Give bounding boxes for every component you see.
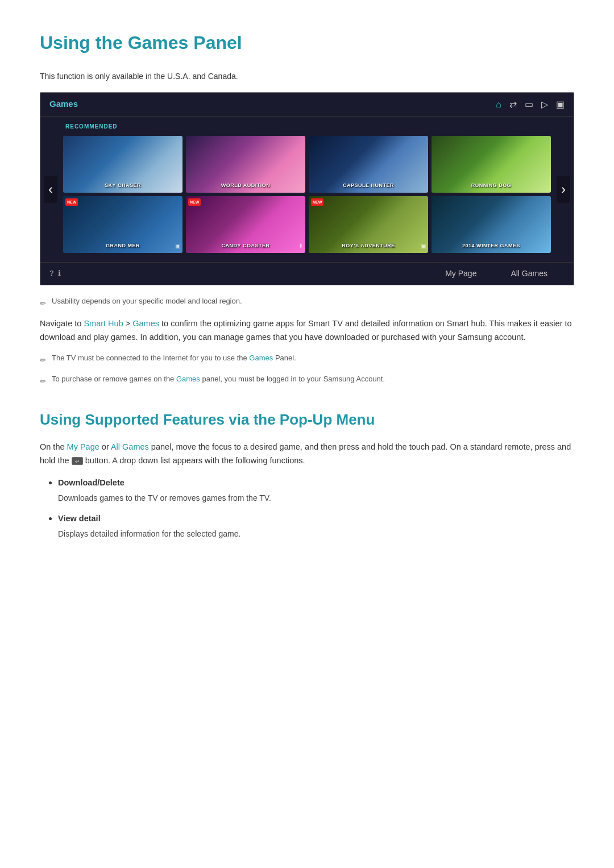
game-tile-audition[interactable]: WORLD AUDITION: [186, 136, 305, 193]
note-internet-text: The TV must be connected to the Internet…: [52, 352, 296, 364]
game-tile-candy[interactable]: NEW CANDY COASTER ⬇: [186, 196, 305, 253]
my-page-nav[interactable]: My Page: [445, 267, 476, 280]
game-tile-running[interactable]: RUNNING DOG: [432, 136, 551, 193]
panel-header: Games ⌂ ⇄ ▭ ▷ ▣: [40, 93, 574, 117]
main-paragraph: Navigate to Smart Hub > Games to confirm…: [40, 317, 574, 344]
new-badge: NEW: [65, 198, 78, 206]
question-icon: ?: [49, 268, 53, 280]
game-name: WORLD AUDITION: [186, 181, 305, 189]
play-icon: ▷: [541, 97, 548, 112]
games-link-2[interactable]: Games: [249, 354, 273, 362]
tile-icon: ▣: [175, 242, 180, 251]
game-tile-roys[interactable]: NEW ROY'S ADVENTURE ▣: [309, 196, 428, 253]
game-name: SKY CHASER: [63, 181, 182, 189]
footer-nav: My Page All Games: [445, 267, 547, 280]
game-name: RUNNING DOG: [432, 181, 551, 189]
game-tile-winter[interactable]: 2014 WINTER GAMES: [432, 196, 551, 253]
panel-footer: ? ℹ My Page All Games: [40, 262, 574, 284]
game-tile-grand[interactable]: NEW GRAND MER ▣: [63, 196, 182, 253]
note-purchase-text: To purchase or remove games on the Games…: [52, 373, 385, 385]
games-link-1[interactable]: Games: [132, 319, 159, 328]
pen-icon-2: [40, 354, 46, 367]
arrow-right[interactable]: ›: [557, 176, 570, 202]
tile-icon: ▣: [421, 242, 426, 251]
pen-icon-1: [40, 297, 46, 310]
bullet-download-desc: Downloads games to the TV or removes gam…: [58, 492, 574, 504]
bullet-view-desc: Displays detailed information for the se…: [58, 528, 574, 540]
page-title: Using the Games Panel: [40, 28, 574, 57]
game-tile-sky-chaser[interactable]: SKY CHASER: [63, 136, 182, 193]
features-list: Download/Delete Downloads games to the T…: [40, 476, 574, 540]
bullet-download-label: Download/Delete: [58, 478, 125, 487]
game-name: CAPSULE HUNTER: [309, 181, 428, 189]
new-badge: NEW: [311, 198, 323, 206]
footer-icons: ? ℹ: [49, 268, 61, 280]
bullet-download: Download/Delete Downloads games to the T…: [58, 476, 574, 505]
home-icon: ⌂: [496, 97, 501, 112]
exchange-icon: ⇄: [509, 97, 517, 112]
game-name: CANDY COASTER: [186, 242, 305, 250]
recommended-label: RECOMMENDED: [63, 122, 551, 131]
intro-text: This function is only available in the U…: [40, 70, 574, 82]
game-name: GRAND MER: [63, 242, 182, 250]
info-icon: ℹ: [58, 268, 61, 280]
games-row-1: SKY CHASER WORLD AUDITION CAPSULE HUNTER…: [63, 136, 551, 193]
smart-hub-link[interactable]: Smart Hub: [84, 319, 123, 328]
arrow-left[interactable]: ‹: [44, 176, 57, 202]
window-icon: ▭: [525, 97, 533, 112]
my-page-link[interactable]: My Page: [67, 442, 99, 451]
panel-body: ‹ › RECOMMENDED SKY CHASER WORLD AUDITIO…: [40, 117, 574, 262]
note-usability: Usability depends on your specific model…: [40, 296, 574, 310]
games-panel-ui: Games ⌂ ⇄ ▭ ▷ ▣ ‹ › RECOMMENDED SKY CHAS…: [40, 92, 574, 285]
tile-icon: ⬇: [298, 242, 303, 251]
pen-icon-3: [40, 375, 46, 388]
remote-button-icon: ↩: [72, 457, 83, 465]
header-icons: ⌂ ⇄ ▭ ▷ ▣: [496, 97, 565, 112]
game-tile-capsule[interactable]: CAPSULE HUNTER: [309, 136, 428, 193]
games-panel-label: Games: [49, 97, 78, 111]
note-purchase: To purchase or remove games on the Games…: [40, 373, 574, 388]
section2-title: Using Supported Features via the Pop-Up …: [40, 408, 574, 432]
camera-icon: ▣: [556, 97, 565, 112]
all-games-link[interactable]: All Games: [111, 442, 149, 451]
section2-paragraph: On the My Page or All Games panel, move …: [40, 441, 574, 468]
games-link-3[interactable]: Games: [176, 375, 200, 383]
bullet-view-label: View detail: [58, 514, 101, 523]
game-name: ROY'S ADVENTURE: [309, 242, 428, 250]
bullet-view-detail: View detail Displays detailed informatio…: [58, 512, 574, 541]
all-games-nav[interactable]: All Games: [511, 267, 547, 280]
new-badge: NEW: [188, 198, 201, 206]
note-internet: The TV must be connected to the Internet…: [40, 352, 574, 367]
note-usability-text: Usability depends on your specific model…: [52, 296, 242, 308]
games-row-2: NEW GRAND MER ▣ NEW CANDY COASTER ⬇ NEW …: [63, 196, 551, 253]
game-name: 2014 WINTER GAMES: [432, 242, 551, 250]
